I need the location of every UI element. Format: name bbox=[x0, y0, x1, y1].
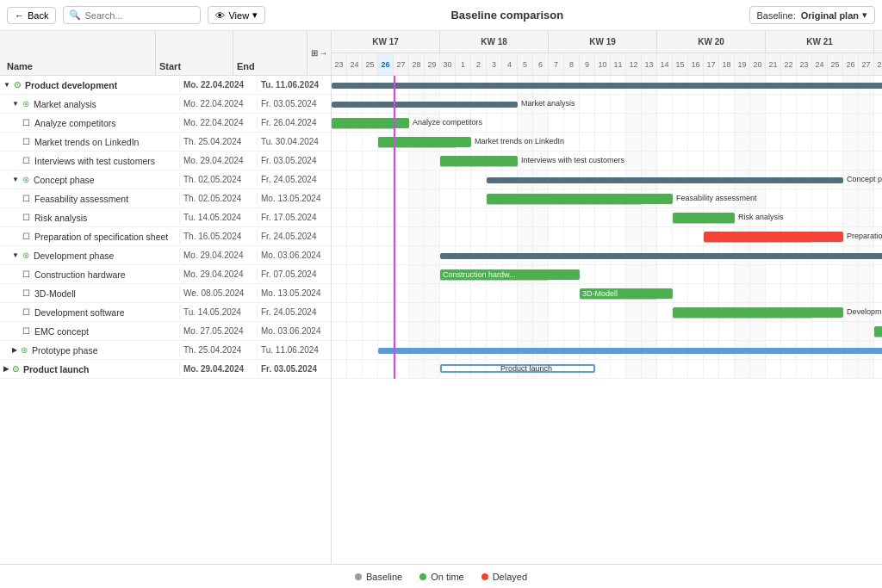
day-label: 25 bbox=[363, 53, 378, 76]
day-label: 26 bbox=[843, 53, 859, 76]
task-name-cell: ☐Risk analysis bbox=[0, 211, 180, 225]
col-end-header: End bbox=[233, 31, 307, 75]
task-name-text: Product launch bbox=[23, 364, 89, 374]
task-start-cell: Th. 16.05.2024 bbox=[180, 230, 258, 243]
day-label: 19 bbox=[735, 53, 750, 76]
gantt-row-bg bbox=[332, 322, 882, 341]
view-button[interactable]: 👁 View ▾ bbox=[208, 6, 265, 24]
delayed-legend-label: Delayed bbox=[493, 572, 527, 582]
task-name-text: EMC concept bbox=[34, 326, 89, 337]
delayed-dot bbox=[481, 573, 488, 580]
task-start-cell: Mo. 27.05.2024 bbox=[180, 325, 258, 337]
task-icon: ☐ bbox=[22, 269, 30, 279]
group-bar bbox=[332, 83, 882, 89]
group-bar bbox=[487, 177, 843, 183]
task-name-cell: ☐Development software bbox=[0, 306, 180, 319]
on-time-bar: Construction hardw... bbox=[440, 269, 580, 280]
collapse-icon[interactable]: ▼ bbox=[12, 100, 19, 108]
gantt-row-bg bbox=[332, 360, 882, 379]
week-label: KW 20 bbox=[657, 31, 766, 53]
on-time-bar: 3D-Modell bbox=[580, 288, 673, 299]
task-name-text: 3D-Modell bbox=[34, 288, 76, 299]
folder-icon: ⊛ bbox=[22, 175, 29, 184]
on-time-bar bbox=[332, 118, 409, 128]
task-name-cell: ☐Analyze competitors bbox=[0, 116, 180, 130]
task-icon: ☐ bbox=[22, 137, 30, 146]
folder-icon: ⊙ bbox=[14, 80, 21, 90]
search-input[interactable] bbox=[84, 10, 195, 21]
day-label: 18 bbox=[719, 53, 735, 76]
day-label: 30 bbox=[440, 53, 456, 76]
collapse-icon[interactable]: ▼ bbox=[3, 81, 10, 89]
day-label: 25 bbox=[828, 53, 843, 76]
bar-label-right: Market analysis bbox=[521, 99, 575, 108]
task-start-cell: Mo. 22.04.2024 bbox=[180, 78, 258, 91]
task-name-cell: ▶⊙Product launch bbox=[0, 362, 180, 376]
task-row: ▼⊛Concept phaseTh. 02.05.2024Fr. 24.05.2… bbox=[0, 170, 331, 189]
baseline-selector-label: Baseline: bbox=[757, 10, 796, 21]
task-icon: ☐ bbox=[22, 232, 30, 241]
day-label: 3 bbox=[487, 53, 502, 76]
baseline-selector[interactable]: Baseline: Original plan ▾ bbox=[749, 6, 876, 24]
gantt-row-bg bbox=[332, 265, 882, 284]
legend-delayed: Delayed bbox=[481, 572, 527, 582]
task-name-text: Preparation of specification sheet bbox=[34, 232, 168, 242]
task-name-text: Market trends on LinkedIn bbox=[34, 137, 139, 147]
day-header-row: 2324252627282930123456789101112131415161… bbox=[332, 53, 882, 76]
legend-on-time: On time bbox=[419, 572, 464, 582]
search-icon: 🔍 bbox=[69, 9, 81, 21]
expand-icon[interactable]: ▶ bbox=[12, 346, 17, 354]
day-label: 28 bbox=[409, 53, 425, 76]
task-row: ▶⊛Prototype phaseTh. 25.04.2024Tu. 11.06… bbox=[0, 341, 331, 360]
week-label: KW 17 bbox=[332, 31, 440, 53]
task-start-cell: Mo. 29.04.2024 bbox=[180, 362, 258, 375]
gantt-body[interactable]: Market analysisAnalyze competitorsMarket… bbox=[332, 76, 882, 564]
main-content: Name Start End ⊞ → ▼⊙Product development… bbox=[0, 31, 882, 564]
task-start-cell: Tu. 14.05.2024 bbox=[180, 211, 258, 224]
task-start-cell: Mo. 29.04.2024 bbox=[180, 249, 258, 262]
view-chevron-icon: ▾ bbox=[252, 9, 258, 21]
group-bar bbox=[378, 348, 882, 354]
task-end-cell: Mo. 03.06.2024 bbox=[258, 249, 331, 262]
day-label: 7 bbox=[549, 53, 564, 76]
collapse-icon[interactable]: ▼ bbox=[12, 251, 19, 259]
collapse-icon[interactable]: ▼ bbox=[12, 176, 19, 183]
search-box[interactable]: 🔍 bbox=[63, 6, 201, 24]
task-name-text: Interviews with test customers bbox=[34, 156, 155, 166]
task-row: ☐3D-ModellWe. 08.05.2024Mo. 13.05.2024 bbox=[0, 284, 331, 303]
task-end-cell: Fr. 07.05.2024 bbox=[258, 268, 331, 281]
group-bar bbox=[440, 253, 882, 259]
task-start-cell: We. 08.05.2024 bbox=[180, 287, 258, 300]
today-line bbox=[394, 76, 395, 379]
task-end-cell: Fr. 03.05.2024 bbox=[258, 154, 331, 167]
expand-icon[interactable]: ▶ bbox=[3, 365, 9, 373]
col-icon-buttons[interactable]: ⊞ → bbox=[307, 31, 331, 75]
on-time-legend-label: On time bbox=[431, 572, 464, 582]
columns-icon[interactable]: ⊞ bbox=[311, 48, 318, 58]
day-label: 28 bbox=[874, 53, 882, 76]
task-end-cell: Fr. 03.05.2024 bbox=[258, 362, 331, 375]
task-end-cell: Mo. 03.06.2024 bbox=[258, 325, 331, 337]
task-name-cell: ☐Preparation of specification sheet bbox=[0, 230, 180, 244]
back-button[interactable]: ← Back bbox=[7, 7, 56, 24]
week-label: KW 21 bbox=[766, 31, 874, 53]
page-title: Baseline comparison bbox=[272, 9, 742, 22]
task-icon: ☐ bbox=[22, 213, 30, 222]
topbar: ← Back 🔍 👁 View ▾ Baseline comparison Ba… bbox=[0, 0, 882, 31]
task-name-text: Prototype phase bbox=[32, 345, 97, 356]
task-name-cell: ☐Construction hardware bbox=[0, 268, 180, 282]
task-rows: ▼⊙Product developmentMo. 22.04.2024Tu. 1… bbox=[0, 76, 331, 564]
day-label: 12 bbox=[626, 53, 642, 76]
task-list-header: Name Start End ⊞ → bbox=[0, 31, 331, 76]
gantt-panel: KW 17KW 18KW 19KW 20KW 21KW 22KW 2323242… bbox=[332, 31, 882, 564]
day-label: 24 bbox=[347, 53, 363, 76]
task-end-cell: Mo. 13.05.2024 bbox=[258, 192, 331, 205]
arrow-icon[interactable]: → bbox=[320, 48, 328, 58]
day-label: 20 bbox=[750, 53, 766, 76]
week-label: KW 19 bbox=[549, 31, 657, 53]
bar-label-right: Analyze competitors bbox=[413, 118, 482, 127]
task-icon: ☐ bbox=[22, 307, 30, 317]
task-icon: ☐ bbox=[22, 156, 30, 165]
task-row: ☐EMC conceptMo. 27.05.2024Mo. 03.06.2024 bbox=[0, 322, 331, 341]
task-end-cell: Tu. 11.06.2024 bbox=[258, 78, 331, 91]
